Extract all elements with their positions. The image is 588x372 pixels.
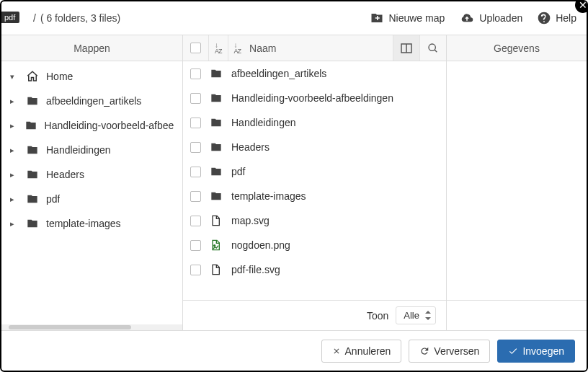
file-name-label: map.svg [231, 215, 439, 226]
help-button[interactable]: Help [537, 11, 576, 25]
sort-by-type-button[interactable]: ↓AZ [209, 35, 228, 61]
file-icon [210, 214, 223, 227]
row-checkbox[interactable] [190, 68, 201, 79]
folder-icon [24, 120, 37, 131]
file-name-label: Handleiding-voorbeeld-afbeeldingen [231, 92, 439, 104]
cancel-button[interactable]: Annuleren [321, 340, 402, 363]
tree-item-label: template-images [46, 218, 121, 229]
expand-arrow-icon[interactable]: ▸ [10, 121, 17, 130]
check-icon [508, 346, 518, 356]
sort-icon: ↓AZ [215, 43, 222, 54]
row-checkbox[interactable] [190, 191, 201, 202]
tree-item[interactable]: ▸afbeeldingen_artikels [1, 89, 182, 113]
pdf-badge: pdf [0, 12, 19, 23]
breadcrumb-summary: ( 6 folders, 3 files) [40, 12, 120, 24]
x-icon [332, 347, 341, 355]
file-row[interactable]: pdf [183, 159, 446, 184]
refresh-icon [419, 346, 429, 356]
horizontal-scrollbar[interactable] [1, 324, 182, 330]
row-checkbox[interactable] [190, 265, 201, 275]
file-name-label: pdf-file.svg [231, 264, 439, 275]
folders-panel-header: Mappen [1, 35, 182, 61]
tree-item[interactable]: ▾Home [1, 64, 182, 89]
folder-icon [26, 193, 39, 205]
insert-button[interactable]: Invoegen [497, 340, 575, 363]
search-icon [427, 43, 439, 54]
file-icon [210, 263, 223, 276]
row-checkbox[interactable] [190, 167, 201, 177]
expand-arrow-icon[interactable]: ▸ [10, 146, 19, 155]
insert-label: Invoegen [522, 345, 564, 357]
breadcrumb-path[interactable]: / [33, 12, 36, 24]
file-name-label: Handleidingen [231, 117, 439, 128]
expand-arrow-icon[interactable]: ▸ [10, 170, 19, 180]
row-checkbox[interactable] [190, 118, 201, 128]
tree-item-label: Handleidingen [46, 144, 111, 156]
expand-arrow-icon[interactable]: ▸ [10, 219, 19, 229]
info-panel-header: Gegevens [447, 35, 587, 61]
columns-icon [401, 43, 412, 53]
refresh-label: Verversen [434, 345, 479, 357]
file-list: afbeeldingen_artikelsHandleiding-voorbee… [183, 61, 446, 300]
row-checkbox[interactable] [190, 142, 201, 153]
cancel-label: Annuleren [345, 345, 391, 357]
refresh-button[interactable]: Verversen [409, 340, 490, 363]
tree-item[interactable]: ▸Handleidingen [1, 138, 182, 162]
expand-arrow-icon[interactable]: ▸ [10, 97, 19, 106]
row-checkbox[interactable] [190, 93, 201, 104]
search-button[interactable] [420, 35, 446, 61]
tree-item[interactable]: ▸Headers [1, 162, 182, 187]
tree-item[interactable]: ▸template-images [1, 211, 182, 236]
file-name-label: nogdoen.png [231, 239, 439, 251]
file-row[interactable]: Headers [183, 135, 446, 159]
folder-icon [26, 169, 39, 180]
svg-point-4 [214, 245, 215, 247]
column-name-header[interactable]: Naam [249, 43, 276, 54]
tree-item-label: Handleiding-voorbeeld-afbeeldingen [45, 120, 174, 131]
new-folder-button[interactable]: Nieuwe map [370, 12, 445, 25]
row-checkbox[interactable] [190, 240, 201, 251]
row-checkbox[interactable] [190, 216, 201, 226]
expand-arrow-icon[interactable]: ▸ [10, 195, 19, 204]
upload-button[interactable]: Uploaden [459, 12, 522, 25]
file-list-header: ↓AZ ↓AZ Naam [183, 35, 446, 61]
tree-item-label: pdf [46, 193, 60, 205]
folder-icon [210, 190, 223, 202]
folder-icon [210, 68, 223, 79]
info-panel-body [447, 61, 587, 300]
cloud-upload-icon [459, 12, 475, 25]
svg-line-3 [435, 50, 437, 52]
folder-icon [26, 95, 39, 107]
show-filter-select[interactable]: Alle [396, 306, 436, 324]
help-icon [537, 11, 551, 25]
file-row[interactable]: Handleidingen [183, 110, 446, 135]
image-file-icon [210, 239, 223, 252]
file-row[interactable]: nogdoen.png [183, 233, 446, 257]
folder-plus-icon [370, 12, 384, 25]
svg-point-2 [429, 44, 435, 50]
tree-item-label: afbeeldingen_artikels [46, 95, 141, 107]
file-row[interactable]: template-images [183, 184, 446, 208]
tree-item[interactable]: ▸Handleiding-voorbeeld-afbeeldingen [1, 113, 182, 138]
expand-arrow-icon[interactable]: ▾ [10, 72, 19, 81]
file-row[interactable]: map.svg [183, 208, 446, 233]
file-name-label: template-images [231, 190, 439, 202]
folder-tree: ▾Home▸afbeeldingen_artikels▸Handleiding-… [1, 61, 182, 324]
view-columns-button[interactable] [393, 35, 420, 61]
breadcrumb: / ( 6 folders, 3 files) [33, 12, 120, 24]
show-label: Toon [367, 310, 388, 322]
folder-icon [210, 141, 223, 153]
select-all-checkbox[interactable] [190, 43, 201, 53]
file-row[interactable]: Handleiding-voorbeeld-afbeeldingen [183, 86, 446, 110]
home-icon [26, 70, 39, 83]
sort-icon[interactable]: ↓AZ [234, 43, 241, 54]
new-folder-label: Nieuwe map [388, 12, 445, 24]
folder-icon [210, 117, 223, 128]
upload-label: Uploaden [479, 12, 522, 24]
file-row[interactable]: afbeeldingen_artikels [183, 61, 446, 86]
tree-item-label: Headers [46, 169, 84, 180]
file-row[interactable]: pdf-file.svg [183, 257, 446, 282]
folder-icon [26, 144, 39, 156]
folder-icon [210, 92, 223, 104]
tree-item[interactable]: ▸pdf [1, 187, 182, 211]
